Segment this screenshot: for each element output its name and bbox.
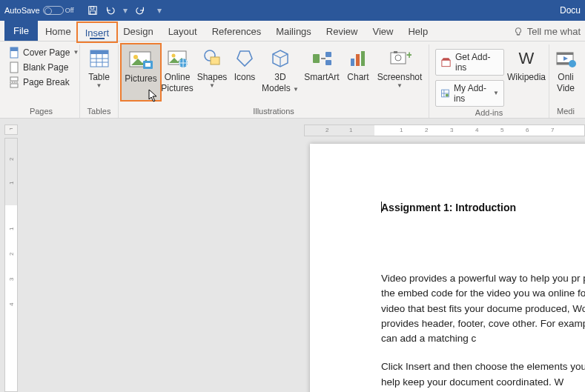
svg-rect-33 xyxy=(394,51,397,53)
online-pictures-label-2: Pictures xyxy=(161,84,193,93)
autosave-toggle[interactable]: AutoSave Off xyxy=(4,6,74,15)
svg-rect-11 xyxy=(90,50,108,54)
svg-point-21 xyxy=(172,54,176,58)
3d-models-icon xyxy=(268,46,293,71)
cover-page-button[interactable]: Cover Page▼ xyxy=(6,46,81,59)
group-media-label: Medi xyxy=(552,105,579,118)
icons-label: Icons xyxy=(234,73,256,82)
tab-references[interactable]: References xyxy=(205,21,268,41)
vruler-tick: 2 xyxy=(8,158,15,161)
blank-page-label: Blank Page xyxy=(23,62,68,73)
table-label: Table xyxy=(88,73,110,82)
document-heading: Assignment 1: Introduction xyxy=(381,202,585,213)
wikipedia-icon: W xyxy=(514,46,539,71)
tab-design[interactable]: Design xyxy=(116,21,160,41)
vertical-ruler[interactable]: 2 1 1 2 3 4 xyxy=(4,138,18,392)
tab-home[interactable]: Home xyxy=(38,21,79,41)
group-illustrations: Pictures Online Pictures Shapes ▼ xyxy=(119,44,429,118)
toggle-track xyxy=(43,6,64,15)
highlight-insert-tab: Insert xyxy=(76,21,119,43)
tab-review[interactable]: Review xyxy=(319,21,366,41)
hruler-tick: 1 xyxy=(349,127,352,133)
svg-rect-40 xyxy=(557,53,573,55)
document-page[interactable]: Assignment 1: Introduction Video provide… xyxy=(310,144,585,392)
page-break-button[interactable]: Page Break xyxy=(6,76,81,89)
page-break-label: Page Break xyxy=(23,77,70,87)
lightbulb-icon xyxy=(513,27,523,37)
qat-customize-icon[interactable]: ▾ xyxy=(157,5,162,16)
smartart-button[interactable]: SmartArt xyxy=(301,44,343,82)
svg-rect-8 xyxy=(10,84,18,87)
3d-models-button[interactable]: 3D Models ▼ xyxy=(260,44,301,93)
wikipedia-label: Wikipedia xyxy=(507,73,546,82)
group-pages-label: Pages xyxy=(6,105,76,118)
svg-rect-19 xyxy=(145,63,151,67)
svg-rect-6 xyxy=(10,62,18,73)
redo-icon[interactable] xyxy=(135,5,145,16)
chart-label: Chart xyxy=(347,73,368,82)
3d-models-label-1: 3D xyxy=(274,73,285,82)
online-video-label-2: Vide xyxy=(557,84,575,93)
pictures-label: Pictures xyxy=(125,74,156,84)
chart-button[interactable]: Chart xyxy=(343,44,374,82)
document-paragraph-1: Video provides a powerful way to help yo… xyxy=(381,271,585,346)
screenshot-icon: + xyxy=(387,46,412,71)
undo-dropdown-icon[interactable]: ▾ xyxy=(123,5,128,16)
hruler-tick: 2 xyxy=(425,127,428,133)
save-icon[interactable] xyxy=(87,5,98,16)
tab-view[interactable]: View xyxy=(365,21,400,41)
highlight-pictures-button: Pictures xyxy=(120,43,162,102)
smartart-icon xyxy=(309,46,334,71)
quick-access-toolbar: ▾ ▾ xyxy=(87,5,162,16)
tab-mailings[interactable]: Mailings xyxy=(268,21,319,41)
autosave-state: Off xyxy=(65,7,74,14)
get-addins-button[interactable]: Get Add-ins xyxy=(435,49,504,76)
blank-page-button[interactable]: Blank Page xyxy=(6,61,81,74)
online-video-label-1: Onli xyxy=(558,73,573,82)
svg-text:W: W xyxy=(519,49,535,67)
icons-button[interactable]: Icons xyxy=(230,44,260,82)
tab-layout[interactable]: Layout xyxy=(161,21,205,41)
svg-rect-29 xyxy=(356,54,360,66)
svg-rect-27 xyxy=(325,60,331,65)
online-video-button[interactable]: Onli Vide xyxy=(552,44,579,93)
online-pictures-label-1: Online xyxy=(165,73,191,82)
vruler-tick: 1 xyxy=(8,227,15,230)
chart-icon xyxy=(346,46,371,71)
horizontal-ruler[interactable]: 2 1 1 2 3 4 5 6 7 xyxy=(304,124,585,136)
svg-point-17 xyxy=(133,55,138,59)
ribbon-tabs: File Home Insert Design Layout Reference… xyxy=(0,21,585,41)
online-pictures-icon xyxy=(165,46,190,71)
pictures-button[interactable]: Pictures xyxy=(123,46,159,84)
chevron-down-icon: ▼ xyxy=(293,86,299,93)
vruler-tick: 2 xyxy=(8,253,15,256)
wikipedia-button[interactable]: W Wikipedia xyxy=(507,44,546,82)
blank-page-icon xyxy=(8,62,20,73)
svg-point-37 xyxy=(446,93,449,96)
document-paragraph-2: Click Insert and then choose the element… xyxy=(381,359,585,390)
online-pictures-button[interactable]: Online Pictures xyxy=(160,44,194,93)
table-button[interactable]: Table ▼ xyxy=(83,44,115,89)
tell-me-search[interactable]: Tell me what xyxy=(513,21,581,41)
document-title: Docu xyxy=(560,5,581,16)
svg-point-42 xyxy=(569,60,576,67)
shapes-label: Shapes xyxy=(197,73,228,82)
cover-page-label: Cover Page xyxy=(23,47,70,58)
undo-icon[interactable] xyxy=(105,5,116,16)
chevron-down-icon: ▼ xyxy=(493,90,499,96)
cover-page-icon xyxy=(8,47,20,59)
ribbon-insert: Cover Page▼ Blank Page Page Break Pages xyxy=(0,41,585,119)
tab-help[interactable]: Help xyxy=(400,21,435,41)
vruler-tick: 1 xyxy=(8,182,15,185)
my-addins-button[interactable]: My Add-ins ▼ xyxy=(435,80,504,107)
tab-insert[interactable]: Insert xyxy=(84,25,111,40)
tab-file[interactable]: File xyxy=(4,21,38,41)
screenshot-button[interactable]: + Screenshot ▼ xyxy=(374,44,426,89)
group-tables: Table ▼ Tables xyxy=(80,44,119,118)
page-break-icon xyxy=(8,76,20,88)
svg-rect-30 xyxy=(361,51,365,66)
group-tables-label: Tables xyxy=(83,105,115,118)
ruler-corner: ⌐ xyxy=(4,124,18,135)
shapes-button[interactable]: Shapes ▼ xyxy=(194,44,230,89)
svg-rect-35 xyxy=(442,60,450,66)
